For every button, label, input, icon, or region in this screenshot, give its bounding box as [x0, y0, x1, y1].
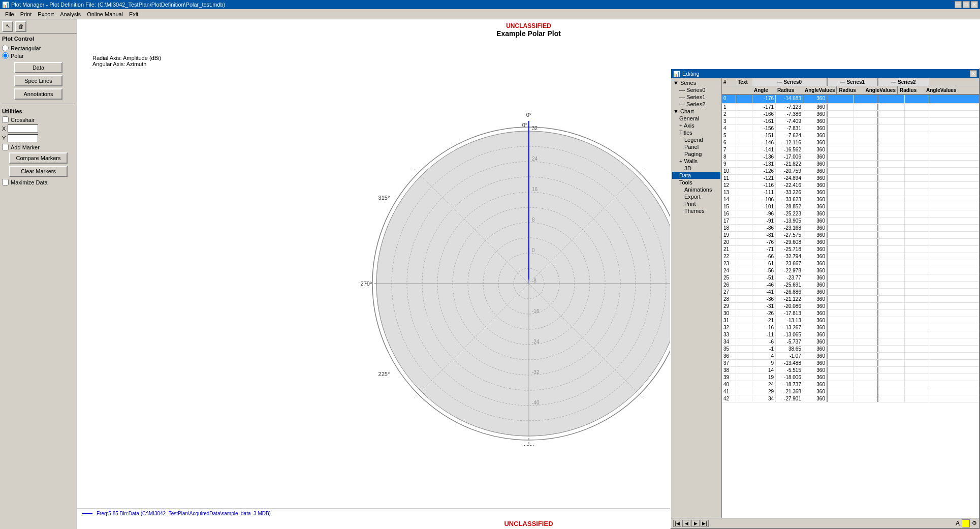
table-row[interactable]: 19 -81 -27.575 360: [722, 232, 979, 239]
theme-icon: A: [956, 520, 960, 527]
select-tool-button[interactable]: ↖: [2, 21, 13, 32]
s1-anglevalues-col-header: AngleValues: [864, 86, 898, 94]
table-row[interactable]: 11 -121 -24.894 360: [722, 175, 979, 182]
table-row[interactable]: 0 -176 -14.683 360: [722, 95, 979, 104]
tree-series1[interactable]: — Series1: [672, 94, 720, 101]
chart-title: Example Polar Plot: [77, 29, 980, 38]
table-row[interactable]: 4 -156 -7.831 360: [722, 125, 979, 132]
x-input[interactable]: [8, 125, 38, 133]
table-row[interactable]: 18 -86 -23.168 360: [722, 225, 979, 232]
left-panel: ↖ 🗑 Plot Control Rectangular Polar Data …: [0, 19, 77, 529]
tree-data[interactable]: Data: [672, 172, 720, 179]
table-row[interactable]: 8 -136 -17.006 360: [722, 153, 979, 161]
tree-legend[interactable]: Legend: [672, 136, 720, 143]
table-row[interactable]: 31 -21 -13.13 360: [722, 317, 979, 324]
table-row[interactable]: 29 -31 -20.086 360: [722, 303, 979, 310]
table-row[interactable]: 9 -131 -21.822 360: [722, 161, 979, 168]
tree-series0[interactable]: — Series0: [672, 86, 720, 94]
tree-axis[interactable]: + Axis: [672, 122, 720, 129]
table-row[interactable]: 35 -1 38.65 360: [722, 346, 979, 353]
table-row[interactable]: 16 -96 -25.223 360: [722, 210, 979, 217]
table-row[interactable]: 24 -56 -22.978 360: [722, 267, 979, 274]
tree-general[interactable]: General: [672, 115, 720, 122]
table-row[interactable]: 32 -16 -13.267 360: [722, 324, 979, 331]
tree-walls[interactable]: + Walls: [672, 158, 720, 165]
table-row[interactable]: 15 -101 -28.852 360: [722, 203, 979, 210]
table-row[interactable]: 37 9 -13.488 360: [722, 360, 979, 367]
minimize-button[interactable]: —: [955, 1, 962, 8]
table-row[interactable]: 13 -111 -33.226 360: [722, 189, 979, 196]
nav-next-button[interactable]: ▶: [691, 520, 700, 527]
crosshair-label: Crosshair: [11, 117, 35, 123]
table-row[interactable]: 34 -6 -5.737 360: [722, 338, 979, 346]
table-row[interactable]: 14 -106 -33.623 360: [722, 196, 979, 203]
close-button[interactable]: ✕: [971, 1, 978, 8]
table-row[interactable]: 10 -126 -20.759 360: [722, 168, 979, 175]
table-row[interactable]: 23 -61 -23.667 360: [722, 260, 979, 267]
tree-chart[interactable]: ▼ Chart: [672, 108, 720, 115]
polar-radio[interactable]: [2, 52, 9, 59]
tree-paging[interactable]: Paging: [672, 150, 720, 158]
table-row[interactable]: 39 19 -18.006 360: [722, 374, 979, 381]
tree-animations[interactable]: Animations: [672, 186, 720, 193]
menu-online-manual[interactable]: Online Manual: [84, 10, 126, 18]
tree-titles[interactable]: Titles: [672, 129, 720, 136]
nav-last-button[interactable]: ▶|: [701, 520, 709, 527]
maximize-data-checkbox[interactable]: [2, 179, 9, 185]
nav-first-button[interactable]: |◀: [673, 520, 681, 527]
table-row[interactable]: 17 -91 -13.905 360: [722, 217, 979, 225]
nav-prev-button[interactable]: ◀: [682, 520, 690, 527]
table-row[interactable]: 25 -51 -23.77 360: [722, 274, 979, 282]
table-row[interactable]: 40 24 -18.737 360: [722, 381, 979, 388]
menu-export[interactable]: Export: [35, 10, 57, 18]
table-row[interactable]: 26 -46 -25.691 360: [722, 282, 979, 289]
editing-close-button[interactable]: ✕: [970, 70, 977, 77]
table-row[interactable]: 1 -171 -7.123 360: [722, 104, 979, 111]
tree-3d[interactable]: 3D: [672, 165, 720, 172]
table-row[interactable]: 12 -116 -22.416 360: [722, 182, 979, 189]
table-row[interactable]: 5 -151 -7.624 360: [722, 132, 979, 139]
grid-header: # Text — Series0 — Series1 — Series2 Ang…: [722, 78, 979, 95]
annotations-button[interactable]: Annotations: [14, 88, 62, 100]
s1-radius-col-header: Radius: [837, 86, 864, 94]
table-row[interactable]: 27 -41 -26.886 360: [722, 289, 979, 296]
maximize-button[interactable]: □: [963, 1, 970, 8]
menu-exit[interactable]: Exit: [126, 10, 141, 18]
table-row[interactable]: 30 -26 -17.813 360: [722, 310, 979, 317]
menu-file[interactable]: File: [2, 10, 17, 18]
table-row[interactable]: 21 -71 -25.718 360: [722, 246, 979, 253]
menu-print[interactable]: Print: [17, 10, 35, 18]
table-row[interactable]: 28 -36 -21.122 360: [722, 296, 979, 303]
table-row[interactable]: 3 -161 -7.409 360: [722, 118, 979, 125]
spec-lines-button[interactable]: Spec Lines: [14, 75, 62, 86]
table-row[interactable]: 38 14 -5.515 360: [722, 367, 979, 374]
tree-series[interactable]: ▼ Series: [672, 79, 720, 86]
tree-themes[interactable]: Themes: [672, 207, 720, 214]
table-row[interactable]: 22 -66 -32.794 360: [722, 253, 979, 260]
tree-panel-item[interactable]: Panel: [672, 143, 720, 150]
table-row[interactable]: 20 -76 -29.608 360: [722, 239, 979, 246]
tree-series2[interactable]: — Series2: [672, 101, 720, 108]
delete-tool-button[interactable]: 🗑: [15, 21, 26, 32]
crosshair-checkbox[interactable]: [2, 116, 9, 123]
chart-header: UNCLASSIFIED Example Polar Plot: [77, 19, 980, 39]
tree-print[interactable]: Print: [672, 200, 720, 207]
tree-tools[interactable]: Tools: [672, 179, 720, 186]
table-row[interactable]: 2 -166 -7.386 360: [722, 111, 979, 118]
polar-label: Polar: [11, 53, 24, 59]
menu-analysis[interactable]: Analysis: [57, 10, 84, 18]
data-button[interactable]: Data: [14, 62, 62, 73]
table-row[interactable]: 7 -141 -16.562 360: [722, 146, 979, 153]
clear-markers-button[interactable]: Clear Markers: [9, 166, 68, 177]
editing-content: ▼ Series — Series0 — Series1 — Series2 ▼…: [671, 78, 979, 518]
table-row[interactable]: 36 4 -1.07 360: [722, 353, 979, 360]
table-row[interactable]: 41 29 -21.368 360: [722, 388, 979, 395]
tree-export[interactable]: Export: [672, 193, 720, 200]
y-input[interactable]: [8, 134, 38, 142]
compare-markers-button[interactable]: Compare Markers: [9, 152, 68, 164]
table-row[interactable]: 42 34 -27.901 360: [722, 395, 979, 402]
add-marker-checkbox[interactable]: [2, 144, 9, 150]
rectangular-radio[interactable]: [2, 45, 9, 51]
table-row[interactable]: 6 -146 -12.116 360: [722, 139, 979, 146]
table-row[interactable]: 33 -11 -13.065 360: [722, 331, 979, 338]
